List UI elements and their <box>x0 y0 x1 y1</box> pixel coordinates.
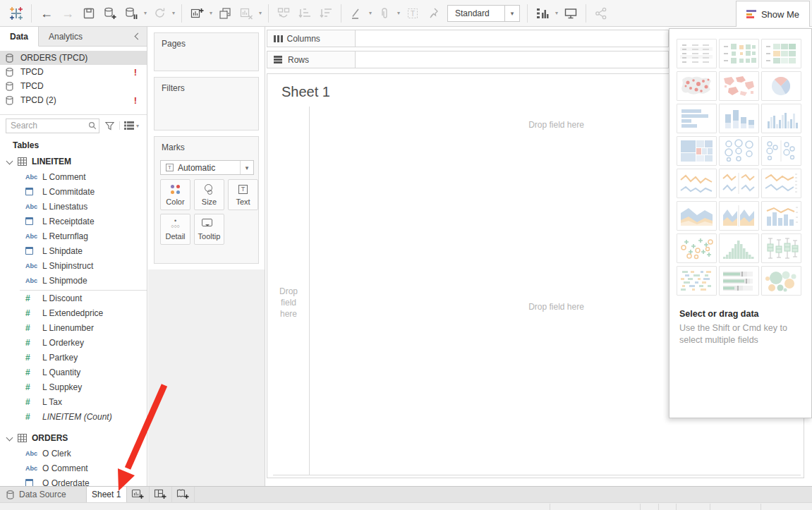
sort-descending-button[interactable] <box>315 4 337 23</box>
show-me-button[interactable]: Show Me <box>736 1 810 27</box>
showme-side-by-side-bars[interactable] <box>761 104 801 133</box>
pin-button[interactable] <box>423 4 444 23</box>
search-input[interactable] <box>6 121 86 130</box>
show-mark-labels-button[interactable] <box>532 4 553 23</box>
field-item[interactable]: L Comment <box>0 169 147 184</box>
showme-text-table[interactable] <box>677 39 717 68</box>
mark-type-dropdown[interactable]: T Automatic ▾ <box>160 160 254 175</box>
showme-histogram[interactable] <box>719 233 759 263</box>
datasource-item[interactable]: TPCD ! <box>0 65 147 79</box>
columns-shelf[interactable]: Columns <box>267 30 669 47</box>
share-button[interactable] <box>590 4 612 23</box>
clear-sheet-button[interactable] <box>236 4 257 23</box>
showme-discrete-area[interactable] <box>719 201 759 231</box>
field-item[interactable]: L Commitdate <box>0 184 147 199</box>
fit-selector-caret[interactable]: ▾ <box>504 6 519 21</box>
chevron-down-icon[interactable] <box>6 435 13 442</box>
run-update-button[interactable] <box>149 4 170 23</box>
showme-stacked-bars[interactable] <box>719 104 759 133</box>
run-update-caret[interactable]: ▾ <box>170 10 177 16</box>
chevron-down-icon[interactable] <box>6 158 13 165</box>
field-item[interactable]: O Comment <box>0 461 147 475</box>
showme-scatter-plot[interactable] <box>677 233 717 263</box>
pages-shelf[interactable]: Pages <box>154 32 259 71</box>
tab-data[interactable]: Data <box>0 27 39 47</box>
showme-filled-map[interactable] <box>719 71 759 101</box>
marks-button[interactable]: Color <box>160 179 190 210</box>
fit-selector[interactable]: Standard ▾ <box>447 5 520 22</box>
showme-dual-combination[interactable] <box>761 201 801 231</box>
field-item[interactable]: L Shipmode <box>0 273 147 288</box>
new-worksheet-tab-button[interactable] <box>127 487 150 502</box>
showme-discrete-lines[interactable] <box>719 169 759 198</box>
tab-data-source[interactable]: Data Source <box>0 487 76 502</box>
view-data-as-button[interactable]: ▾ <box>119 121 141 130</box>
field-item[interactable]: L Receiptdate <box>0 214 147 229</box>
marks-button[interactable]: Detail <box>160 214 190 245</box>
showme-symbol-map[interactable] <box>677 71 717 101</box>
datasource-item[interactable]: TPCD (2) ! <box>0 93 147 107</box>
pause-auto-updates-button[interactable] <box>121 4 142 23</box>
showme-continuous-lines[interactable] <box>677 169 717 198</box>
showme-dual-lines[interactable] <box>761 169 801 198</box>
highlight-button[interactable] <box>346 4 367 23</box>
collapse-pane-button[interactable] <box>128 27 147 46</box>
showme-gantt[interactable] <box>677 266 717 296</box>
filters-shelf[interactable]: Filters <box>154 77 259 130</box>
marks-button[interactable]: Tooltip <box>194 214 224 245</box>
highlight-caret[interactable]: ▾ <box>367 10 374 16</box>
tab-sheet-1[interactable]: Sheet 1 <box>86 487 127 502</box>
marks-button[interactable]: Text <box>228 179 258 210</box>
datasource-item[interactable]: TPCD <box>0 79 147 93</box>
view-data-as-caret[interactable]: ▾ <box>134 123 141 129</box>
save-button[interactable] <box>78 4 99 23</box>
field-item[interactable]: L Linestatus <box>0 199 147 214</box>
annotate-text-button[interactable]: T <box>402 4 423 23</box>
field-item[interactable]: L Partkey <box>0 350 147 365</box>
search-box[interactable] <box>6 119 99 133</box>
rows-shelf[interactable]: Rows <box>267 51 669 68</box>
field-item[interactable]: O Orderdate <box>0 475 147 486</box>
marks-card[interactable]: Marks T Automatic ▾ Color Size <box>154 136 259 264</box>
mark-type-caret[interactable]: ▾ <box>240 161 253 174</box>
field-item[interactable]: L Quantity <box>0 365 147 380</box>
showme-side-by-side-circles[interactable] <box>761 136 801 166</box>
showme-horizontal-bars[interactable] <box>677 104 717 133</box>
marks-button[interactable]: Size <box>194 179 224 210</box>
new-story-tab-button[interactable] <box>172 487 195 502</box>
showme-continuous-area[interactable] <box>677 201 717 231</box>
tab-analytics[interactable]: Analytics <box>39 27 92 46</box>
table-orders-header[interactable]: ORDERS <box>0 430 147 446</box>
format-attachment-button[interactable] <box>374 4 395 23</box>
showme-box-and-whisker[interactable] <box>761 233 801 263</box>
showme-packed-bubbles[interactable] <box>761 266 801 296</box>
pause-auto-updates-caret[interactable]: ▾ <box>142 10 149 16</box>
sort-ascending-button[interactable] <box>294 4 315 23</box>
field-item[interactable]: L Returnflag <box>0 229 147 243</box>
new-worksheet-caret[interactable]: ▾ <box>207 10 214 16</box>
showme-circle-views[interactable] <box>719 136 759 166</box>
showme-pie-chart[interactable] <box>761 71 801 101</box>
drop-zone-rows[interactable]: Drop field here <box>275 286 302 320</box>
field-item[interactable]: O Clerk <box>0 446 147 461</box>
field-item[interactable]: LINEITEM (Count) <box>0 409 147 424</box>
field-item[interactable]: L Extendedprice <box>0 305 147 320</box>
new-worksheet-button[interactable] <box>186 4 207 23</box>
datasource-item[interactable]: ORDERS (TPCD) <box>0 51 147 65</box>
showme-treemap[interactable] <box>677 136 717 166</box>
showme-heat-map[interactable] <box>719 39 759 68</box>
field-item[interactable]: L Shipinstruct <box>0 258 147 273</box>
table-lineitem-header[interactable]: LINEITEM <box>0 153 147 169</box>
showme-bullet-graph[interactable] <box>719 266 759 296</box>
new-dashboard-tab-button[interactable] <box>150 487 172 502</box>
presentation-mode-button[interactable] <box>560 4 581 23</box>
clear-sheet-caret[interactable]: ▾ <box>257 10 264 16</box>
field-item[interactable]: L Orderkey <box>0 335 147 350</box>
field-item[interactable]: L Suppkey <box>0 380 147 394</box>
field-item[interactable]: L Tax <box>0 394 147 409</box>
showme-highlight-table[interactable] <box>761 39 801 68</box>
redo-button[interactable]: → <box>57 4 78 23</box>
new-data-source-button[interactable] <box>99 4 121 23</box>
filter-fields-icon[interactable] <box>102 121 116 130</box>
field-item[interactable]: L Discount <box>20 290 147 305</box>
